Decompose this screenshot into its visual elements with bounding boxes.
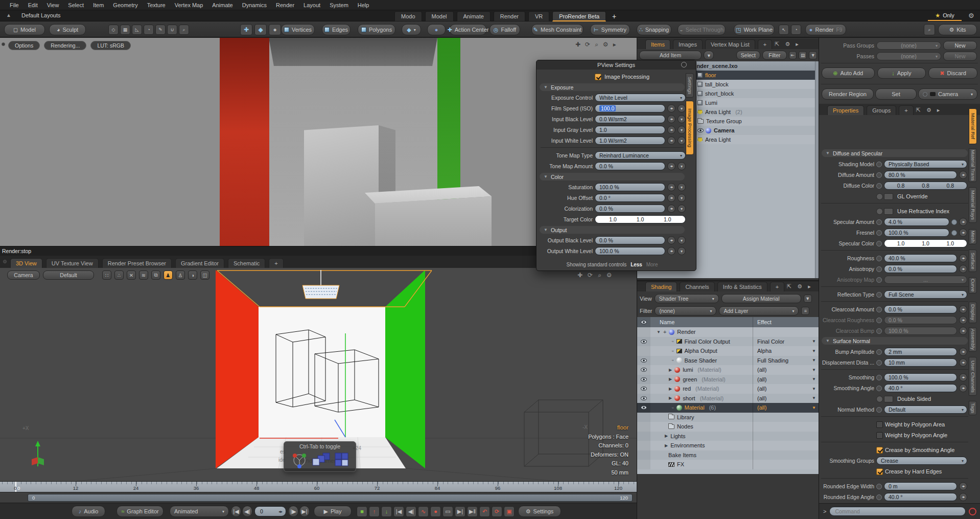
prev-key-icon[interactable]: |◀ (393, 506, 404, 517)
prop-toggle-double-sided[interactable] (876, 396, 893, 402)
items-tab--[interactable]: + (758, 39, 772, 49)
pin-layout-icon[interactable]: ▲ (6, 12, 11, 18)
undo-action-icon[interactable]: ↶ (479, 506, 490, 517)
viewport-3d[interactable]: CameraDefault∷∴✕≋⧉♟♙◑◫ ✚⟳⌕⚙ +X -X floor … (0, 268, 637, 481)
ball-tool-icon[interactable]: ◔ (791, 25, 801, 35)
rendering-button[interactable]: Rendering... (44, 41, 86, 50)
mode-sculpt-button[interactable]: ◕Sculpt (49, 24, 86, 35)
value-field[interactable]: 2 mm (884, 348, 957, 356)
side-tab-material-trans[interactable]: Material Trans (969, 148, 977, 182)
settings-gear-icon[interactable]: ⚙ (603, 41, 609, 48)
menu-vertex-map[interactable]: Vertex Map (170, 2, 208, 8)
effect-dropdown-arrow[interactable]: ▼ (812, 349, 816, 353)
shader-row-render[interactable]: ▼+Render (637, 327, 819, 337)
close-icon[interactable]: ✕ (127, 270, 136, 280)
channel-dot[interactable] (876, 162, 882, 167)
items-list-mode-icon[interactable]: ⇤ (789, 51, 797, 59)
items-panel-expand-icon[interactable]: ⇱ (775, 41, 779, 49)
effect-dropdown-arrow[interactable]: ▼ (812, 387, 816, 391)
pview-more-button[interactable]: More (646, 262, 658, 267)
layout-preset-label[interactable]: Default Layouts (21, 12, 60, 18)
shader-row-green[interactable]: ▶green(Material)(all)▼ (637, 375, 819, 385)
action-center-button[interactable]: ✚Action Center (450, 24, 486, 35)
effect-cell[interactable] (753, 327, 819, 337)
effect-cell[interactable]: (all)▼ (753, 394, 819, 403)
tool-icon-0[interactable]: ◇ (108, 25, 119, 35)
prop-checkbox-crease-by-hard-edges[interactable] (876, 468, 883, 475)
auto-key-record-icon[interactable]: ● (430, 506, 441, 517)
value-spinner[interactable]: ◂▸ (959, 358, 967, 367)
key-up-icon[interactable]: ↑ (369, 506, 380, 517)
waves-icon[interactable]: ≋ (139, 270, 148, 280)
items-select-button[interactable]: Select (736, 51, 761, 60)
value-field[interactable]: 40.0 ° (884, 384, 957, 392)
effect-cell[interactable] (753, 413, 819, 422)
clear-key-icon[interactable]: ▣ (504, 506, 515, 517)
component-polygons-button[interactable]: Polygons (358, 24, 395, 35)
pass-groups-dropdown[interactable]: (none)▾ (876, 41, 941, 50)
mini-dial[interactable] (951, 219, 957, 225)
menu-system[interactable]: System (325, 2, 353, 8)
key-cube-icon[interactable]: ■ (357, 506, 367, 517)
channel-dot[interactable] (876, 386, 882, 391)
side-tab-material-rays[interactable]: Material Rays (969, 187, 977, 223)
pan-icon[interactable]: ✚ (577, 272, 582, 279)
rotate-icon[interactable]: ⟳ (585, 41, 590, 48)
prev-key2-icon[interactable]: ◀| (406, 506, 416, 517)
value-field[interactable]: 80.0 % (884, 171, 957, 179)
channel-dot[interactable] (876, 407, 882, 413)
camera-channel-dot[interactable] (923, 92, 927, 97)
next-frame-button[interactable]: |▶ (288, 506, 298, 517)
value-spinner[interactable]: ◂▸ (667, 137, 675, 145)
properties-tab--[interactable]: + (899, 105, 913, 115)
visibility-eye-icon[interactable] (641, 396, 647, 400)
apply-button[interactable]: ↓Apply (877, 67, 926, 79)
value-spinner[interactable]: ◂▸ (959, 254, 967, 262)
shading-tab-shading[interactable]: Shading (645, 282, 677, 291)
select-mode-icon-2[interactable]: ● (269, 24, 281, 35)
layout-tab-prorender-beta[interactable]: ProRender Beta (552, 11, 606, 21)
value-dropdown-button[interactable]: ▾ (678, 247, 686, 255)
menu-help[interactable]: Help (353, 2, 374, 8)
value-field[interactable]: 0.0 W/srm2 (595, 115, 665, 123)
channel-dot[interactable] (876, 292, 882, 298)
prop-toggle-use-refractive-index[interactable] (876, 208, 893, 215)
value-field[interactable]: 0.0 % (595, 162, 665, 170)
items-panel-arrow-icon[interactable]: ▸ (796, 41, 799, 49)
timeline-ruler[interactable]: 0 01224364860728496108120 (0, 481, 637, 492)
layout-new-tab-button[interactable]: + (609, 12, 619, 21)
tool-icon-2[interactable]: ◺ (132, 25, 142, 35)
menu-item[interactable]: Item (88, 2, 108, 8)
pan-icon[interactable]: ✚ (575, 41, 580, 48)
prop-section-surface-normal[interactable]: ▼Surface Normal (822, 337, 968, 345)
shade-icon[interactable]: ◑ (188, 270, 197, 280)
value-dropdown-button[interactable]: ▾ (678, 183, 686, 191)
items-list-style-icon[interactable]: ▤ (799, 51, 807, 59)
visibility-eye-icon[interactable] (697, 128, 704, 132)
viewport-tab-+[interactable]: + (269, 258, 283, 268)
value-spinner[interactable]: ◂▸ (959, 373, 967, 381)
prop-checkbox-crease-by-smoothing-angle[interactable] (876, 447, 883, 454)
layout-tab-vr[interactable]: VR (528, 11, 549, 21)
layout-tab-render[interactable]: Render (494, 11, 525, 21)
toolbar-search-icon[interactable]: ⌕ (924, 24, 935, 35)
value-field[interactable]: 1.0 W/srm2 (595, 137, 665, 145)
overlay-icon[interactable]: ⧉ (151, 270, 160, 280)
channel-dot[interactable] (876, 183, 882, 189)
value-spinner[interactable]: ◂▸ (959, 265, 967, 273)
value-field[interactable]: 40.0 ° (884, 493, 957, 501)
dropdown-field[interactable]: Physically Based▾ (884, 160, 967, 168)
viewport-tab-schematic[interactable]: Schematic (228, 258, 265, 268)
prop-checkbox-weight-by-polygon-angle[interactable] (876, 432, 883, 439)
target-color-field[interactable]: 1.01.01.0 (595, 215, 686, 223)
effect-dropdown-arrow[interactable]: ▼ (812, 396, 816, 400)
dropdown-field[interactable]: Full Scene▾ (884, 290, 967, 299)
go-to-start-button[interactable]: |◀ (231, 506, 241, 517)
visibility-eye-icon[interactable] (641, 377, 647, 381)
value-field[interactable]: 100.0 (595, 104, 665, 112)
kits-button[interactable]: ⚙Kits (938, 24, 977, 35)
dropdown-field[interactable]: ...▾ (884, 276, 967, 284)
value-dropdown-button[interactable]: ▾ (678, 137, 686, 145)
image-processing-checkbox[interactable] (595, 74, 601, 80)
value-field[interactable]: 10 mm (884, 358, 957, 367)
